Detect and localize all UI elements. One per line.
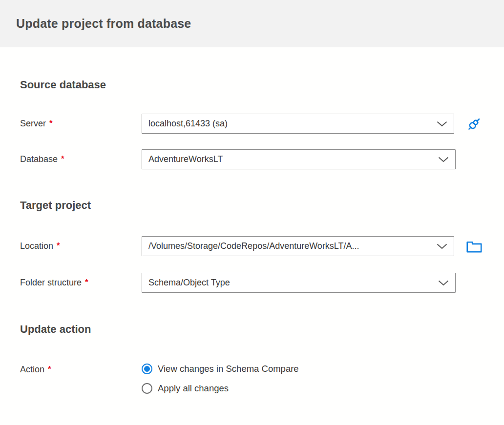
browse-folder-button[interactable] [464, 237, 484, 256]
server-field-row: Server* localhost,61433 (sa) [20, 114, 484, 134]
database-label: Database* [20, 154, 142, 164]
section-heading-update-action: Update action [20, 323, 484, 336]
required-asterisk: * [85, 278, 88, 287]
section-heading-source-database: Source database [20, 79, 484, 91]
required-asterisk: * [48, 364, 51, 374]
folder-icon [466, 239, 483, 254]
location-dropdown-value: /Volumes/Storage/CodeRepos/AdventureWork… [148, 241, 359, 251]
location-label: Location* [20, 241, 142, 251]
radio-apply-all-changes[interactable]: Apply all changes [142, 382, 299, 395]
database-dropdown[interactable]: AdventureWorksLT [142, 149, 456, 169]
radio-button-icon[interactable] [142, 364, 152, 374]
required-asterisk: * [57, 241, 60, 250]
folder-structure-dropdown[interactable]: Schema/Object Type [142, 273, 456, 293]
database-field-row: Database* AdventureWorksLT [20, 149, 484, 169]
radio-view-changes-schema-compare[interactable]: View changes in Schema Compare [142, 363, 299, 375]
chevron-down-icon [438, 280, 449, 286]
radio-button-icon[interactable] [142, 383, 152, 394]
location-field-row: Location* /Volumes/Storage/CodeRepos/Adv… [20, 236, 484, 256]
dialog-body: Source database Server* localhost,61433 … [0, 79, 504, 395]
action-field-row: Action* View changes in Schema Compare A… [20, 363, 484, 395]
dialog-title: Update project from database [16, 17, 191, 31]
chevron-down-icon [437, 121, 447, 127]
chevron-down-icon [437, 243, 447, 249]
section-heading-target-project: Target project [20, 199, 484, 212]
folder-structure-dropdown-value: Schema/Object Type [148, 278, 230, 288]
server-dropdown-value: localhost,61433 (sa) [148, 119, 228, 129]
dialog-header: Update project from database [0, 0, 504, 47]
folder-structure-label: Folder structure* [20, 278, 142, 288]
folder-structure-field-row: Folder structure* Schema/Object Type [20, 273, 484, 293]
connect-server-button[interactable] [464, 114, 484, 134]
server-label: Server* [20, 119, 142, 129]
required-asterisk: * [49, 119, 53, 128]
plug-connect-icon [465, 115, 483, 133]
chevron-down-icon [438, 157, 449, 162]
action-label: Action* [20, 363, 142, 376]
action-radio-group: View changes in Schema Compare Apply all… [142, 363, 299, 395]
required-asterisk: * [61, 154, 64, 163]
location-dropdown[interactable]: /Volumes/Storage/CodeRepos/AdventureWork… [142, 236, 454, 256]
database-dropdown-value: AdventureWorksLT [148, 154, 223, 164]
radio-label: Apply all changes [158, 382, 229, 395]
server-dropdown[interactable]: localhost,61433 (sa) [142, 114, 454, 134]
radio-label: View changes in Schema Compare [158, 363, 299, 375]
